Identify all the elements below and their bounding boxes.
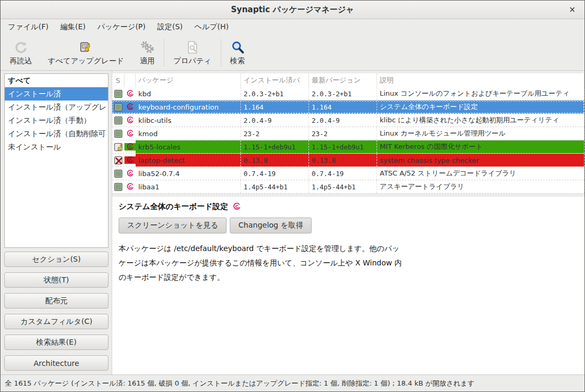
package-description: klibc により構築された小さな起動初期用ユーティリティ — [377, 114, 584, 127]
architecture-button[interactable]: Architecture — [4, 355, 108, 371]
column-header-installed-version[interactable]: インストール済バ — [241, 73, 309, 87]
status-installed-icon[interactable] — [114, 170, 122, 178]
details-pane: システム全体のキーボード設定 スクリーンショットを見る Changelog を取… — [112, 197, 584, 374]
table-row[interactable]: libaa1 1.4p5-44+b1 1.4p5-44+b1 アスキーアートライ… — [112, 180, 584, 194]
package-name: keyboard-configuration — [136, 101, 241, 113]
column-header-package[interactable]: パッケージ — [136, 73, 241, 87]
sections-button[interactable]: セクション(S) — [4, 252, 108, 267]
debian-swirl-icon — [127, 116, 134, 124]
column-header-description[interactable]: 説明 — [377, 73, 584, 87]
table-header: S パッケージ インストール済バ 最新バージョン 説明 — [112, 73, 584, 87]
toolbar: 再読込 すべてアップグレード 適用 プロパティ 検索 — [1, 35, 584, 71]
debian-swirl-icon — [233, 203, 241, 211]
table-row-marked-reinstall[interactable]: krb5-locales 1.15-1+deb9u1 1.15-1+deb9u1… — [112, 140, 584, 154]
package-description: ATSC A/52 ストリームデコードライブラリ — [377, 167, 584, 180]
filter-item-installed[interactable]: インストール済 — [5, 87, 108, 101]
titlebar: Synaptic パッケージマネージャ × — [1, 1, 584, 19]
debian-swirl-icon — [127, 183, 134, 190]
column-header-latest-version[interactable]: 最新バージョン — [309, 73, 377, 87]
sidebar-buttons: セクション(S) 状態(T) 配布元 カスタムフィルタ(C) 検索結果(E) A… — [4, 252, 108, 371]
debian-swirl-icon — [127, 90, 134, 97]
latest-version: 2.0.3-2+b1 — [309, 87, 377, 100]
sidebar: すべて インストール済 インストール済（アップグレ インストール済（手動） イン… — [1, 71, 109, 374]
status-removal-icon[interactable] — [114, 156, 122, 164]
package-name: laptop-detect — [136, 154, 241, 166]
filter-item-installed-autoremovable[interactable]: インストール済（自動削除可 — [5, 127, 108, 140]
table-row[interactable]: liba52-0.7.4 0.7.4-19 0.7.4-19 ATSC A/52… — [112, 167, 584, 180]
menu-settings[interactable]: 設定(S) — [152, 19, 189, 35]
origin-button[interactable]: 配布元 — [4, 293, 108, 308]
menu-package[interactable]: パッケージ(P) — [91, 19, 152, 35]
menu-help[interactable]: ヘルプ(H) — [189, 19, 235, 35]
view-screenshot-button[interactable]: スクリーンショットを見る — [119, 218, 227, 233]
search-icon — [231, 40, 245, 55]
status-installed-icon[interactable] — [114, 183, 122, 191]
package-description: system chassis type checker — [377, 154, 584, 166]
properties-button[interactable]: プロパティ — [165, 37, 220, 69]
status-installed-icon[interactable] — [114, 103, 122, 111]
table-row-marked-removal[interactable]: laptop-detect 0.13.8 0.13.8 system chass… — [112, 154, 584, 167]
column-header-supported[interactable] — [124, 73, 136, 87]
latest-version: 0.7.4-19 — [309, 167, 377, 180]
installed-version: 1.164 — [241, 101, 309, 113]
package-name: kmod — [136, 127, 241, 140]
table-row[interactable]: kmod 23-2 23-2 Linux カーネルモジュール管理用ツール — [112, 127, 584, 140]
upgrade-all-icon — [79, 40, 93, 55]
package-description: アスキーアートライブラリ — [377, 180, 584, 193]
installed-version: 0.13.8 — [241, 154, 309, 166]
package-description: システム全体のキーボード設定 — [377, 101, 584, 113]
details-description: 本パッケージは /etc/default/keyboard でキーボード設定を管… — [119, 241, 578, 285]
menubar: ファイル(F) 編集(E) パッケージ(P) 設定(S) ヘルプ(H) — [1, 19, 584, 35]
filter-item-installed-upgradable[interactable]: インストール済（アップグレ — [5, 101, 108, 114]
apply-gears-icon — [140, 40, 155, 55]
column-header-status[interactable]: S — [112, 73, 124, 87]
status-button[interactable]: 状態(T) — [4, 272, 108, 288]
statusbar: 全 1615 パッケージ (インストール済: 1615 個, 破損 0 個, イ… — [1, 374, 584, 391]
custom-filters-button[interactable]: カスタムフィルタ(C) — [4, 314, 108, 329]
statusbar-text: 全 1615 パッケージ (インストール済: 1615 個, 破損 0 個, イ… — [5, 379, 474, 388]
window-title: Synaptic パッケージマネージャ — [231, 5, 354, 15]
search-button[interactable]: 検索 — [222, 37, 253, 69]
search-results-button[interactable]: 検索結果(E) — [4, 335, 108, 350]
filter-item-not-installed[interactable]: 未インストール — [5, 140, 108, 154]
menu-file[interactable]: ファイル(F) — [2, 19, 54, 35]
installed-version: 23-2 — [241, 127, 309, 140]
close-icon[interactable]: × — [567, 5, 578, 15]
latest-version: 1.15-1+deb9u1 — [309, 140, 377, 153]
properties-label: プロパティ — [173, 56, 212, 66]
filter-list: すべて インストール済 インストール済（アップグレ インストール済（手動） イン… — [4, 73, 108, 248]
search-label: 検索 — [230, 56, 245, 66]
latest-version: 0.13.8 — [309, 154, 377, 166]
status-installed-icon[interactable] — [114, 90, 122, 98]
upgrade-all-button[interactable]: すべてアップグレード — [40, 37, 132, 69]
package-name: libaa1 — [136, 180, 241, 193]
toolbar-separator — [164, 39, 164, 66]
package-name: liba52-0.7.4 — [136, 167, 241, 180]
installed-version: 2.0.4-9 — [241, 114, 309, 127]
latest-version: 2.0.4-9 — [309, 114, 377, 127]
filter-item-installed-manual[interactable]: インストール済（手動） — [5, 114, 108, 127]
latest-version: 23-2 — [309, 127, 377, 140]
status-installed-icon[interactable] — [114, 130, 122, 138]
table-row[interactable]: kbd 2.0.3-2+b1 2.0.3-2+b1 Linux コンソールのフォ… — [112, 87, 584, 101]
toolbar-separator — [221, 39, 221, 66]
status-reinstall-icon[interactable] — [114, 143, 122, 151]
latest-version: 1.4p5-44+b1 — [309, 180, 377, 193]
package-name: klibc-utils — [136, 114, 241, 127]
apply-button[interactable]: 適用 — [132, 37, 163, 69]
installed-version: 0.7.4-19 — [241, 167, 309, 180]
table-row-selected[interactable]: keyboard-configuration 1.164 1.164 システム全… — [112, 101, 584, 114]
package-name: kbd — [136, 87, 241, 100]
package-name: krb5-locales — [136, 140, 241, 153]
latest-version: 1.164 — [309, 101, 377, 113]
get-changelog-button[interactable]: Changelog を取得 — [230, 218, 312, 233]
table-row[interactable]: klibc-utils 2.0.4-9 2.0.4-9 klibc により構築さ… — [112, 114, 584, 127]
menu-edit[interactable]: 編集(E) — [54, 19, 91, 35]
status-installed-icon[interactable] — [114, 116, 122, 124]
synaptic-window: Synaptic パッケージマネージャ × ファイル(F) 編集(E) パッケー… — [0, 0, 585, 392]
reload-button[interactable]: 再読込 — [2, 37, 40, 69]
installed-version: 1.15-1+deb9u1 — [241, 140, 309, 153]
main-area: すべて インストール済 インストール済（アップグレ インストール済（手動） イン… — [1, 71, 584, 374]
details-title: システム全体のキーボード設定 — [119, 202, 228, 212]
filter-item-all[interactable]: すべて — [5, 74, 108, 87]
